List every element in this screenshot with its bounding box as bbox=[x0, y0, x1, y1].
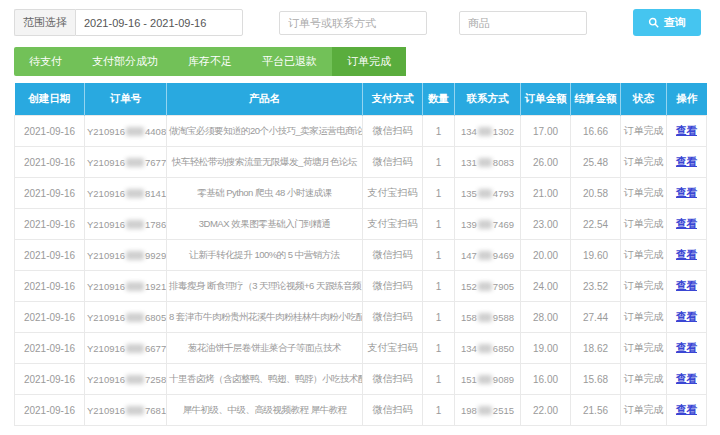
cell-quantity: 1 bbox=[423, 240, 455, 271]
view-link[interactable]: 查看 bbox=[676, 341, 697, 353]
date-range-input[interactable] bbox=[75, 9, 243, 36]
contact-prefix: 135 bbox=[461, 188, 477, 199]
cell-product-name: 8 套津市牛肉粉贵州花溪牛肉粉桂林牛肉粉小吃配方 bbox=[167, 302, 363, 333]
header-order-no: 订单号 bbox=[85, 83, 167, 116]
search-button[interactable]: 查询 bbox=[633, 9, 701, 36]
view-link[interactable]: 查看 bbox=[676, 279, 697, 291]
cell-create-date: 2021-09-16 bbox=[15, 271, 85, 302]
cell-quantity: 1 bbox=[423, 364, 455, 395]
cell-order-no: Y2109166677 bbox=[85, 333, 167, 364]
cell-status: 订单完成 bbox=[621, 147, 667, 178]
order-no-prefix: Y210916 bbox=[87, 219, 125, 230]
contact-suffix: 7469 bbox=[493, 219, 514, 230]
cell-create-date: 2021-09-16 bbox=[15, 209, 85, 240]
redacted-blur bbox=[478, 158, 492, 167]
redacted-blur bbox=[126, 344, 144, 353]
header-settle-amount: 结算金额 bbox=[571, 83, 621, 116]
tab-order-complete[interactable]: 订单完成 bbox=[332, 47, 406, 76]
cell-order-amount: 19.00 bbox=[521, 333, 571, 364]
status-tabs: 待支付 支付部分成功 库存不足 平台已退款 订单完成 bbox=[14, 47, 406, 76]
contact-prefix: 131 bbox=[461, 157, 477, 168]
view-link[interactable]: 查看 bbox=[676, 310, 697, 322]
view-link[interactable]: 查看 bbox=[676, 248, 697, 260]
cell-contact: 1318083 bbox=[455, 147, 521, 178]
order-table-body: 2021-09-16 Y2109164408 做淘宝必须要知道的20个小技巧_卖… bbox=[15, 116, 707, 426]
cell-settle-amount: 23.52 bbox=[571, 271, 621, 302]
redacted-blur bbox=[478, 375, 492, 384]
cell-settle-amount: 16.66 bbox=[571, 116, 621, 147]
tab-partial-success[interactable]: 支付部分成功 bbox=[77, 47, 173, 76]
order-no-prefix: Y210916 bbox=[87, 343, 125, 354]
cell-contact: 1519089 bbox=[455, 364, 521, 395]
cell-status: 订单完成 bbox=[621, 240, 667, 271]
cell-payment-method: 微信扫码 bbox=[363, 302, 423, 333]
cell-order-no: Y2109166805 bbox=[85, 302, 167, 333]
cell-quantity: 1 bbox=[423, 116, 455, 147]
table-row: 2021-09-16 Y2109166677 葱花油饼千层卷饼韭菜合子等面点技术… bbox=[15, 333, 707, 364]
view-link[interactable]: 查看 bbox=[676, 372, 697, 384]
table-row: 2021-09-16 Y2109166805 8 套津市牛肉粉贵州花溪牛肉粉桂林… bbox=[15, 302, 707, 333]
cell-order-amount: 23.00 bbox=[521, 209, 571, 240]
redacted-blur bbox=[478, 406, 492, 415]
order-no-prefix: Y210916 bbox=[87, 281, 125, 292]
order-no-prefix: Y210916 bbox=[87, 312, 125, 323]
cell-create-date: 2021-09-16 bbox=[15, 302, 85, 333]
redacted-blur bbox=[478, 220, 492, 229]
contact-prefix: 152 bbox=[461, 281, 477, 292]
cell-create-date: 2021-09-16 bbox=[15, 240, 85, 271]
cell-order-amount: 16.00 bbox=[521, 364, 571, 395]
order-table: 创建日期 订单号 产品名 支付方式 数量 联系方式 订单金额 结算金额 状态 操… bbox=[14, 83, 707, 426]
order-no-suffix: 1921 bbox=[145, 281, 166, 292]
cell-settle-amount: 25.48 bbox=[571, 147, 621, 178]
cell-product-name: 十里香卤烤（含卤整鸭、鸭翅、鸭脖）小吃技术配方 bbox=[167, 364, 363, 395]
tab-out-of-stock[interactable]: 库存不足 bbox=[173, 47, 247, 76]
table-row: 2021-09-16 Y2109169929 让新手转化提升 100%的 5 中… bbox=[15, 240, 707, 271]
order-no-suffix: 7258 bbox=[145, 374, 166, 385]
cell-order-amount: 17.00 bbox=[521, 116, 571, 147]
cell-product-name: 让新手转化提升 100%的 5 中营销方法 bbox=[167, 240, 363, 271]
contact-prefix: 158 bbox=[461, 312, 477, 323]
cell-status: 订单完成 bbox=[621, 364, 667, 395]
contact-prefix: 151 bbox=[461, 374, 477, 385]
cell-product-name: 零基础 Python 爬虫 48 小时速成课 bbox=[167, 178, 363, 209]
header-contact: 联系方式 bbox=[455, 83, 521, 116]
view-link[interactable]: 查看 bbox=[676, 155, 697, 167]
order-no-suffix: 8141 bbox=[145, 188, 166, 199]
cell-settle-amount: 21.56 bbox=[571, 395, 621, 426]
order-no-suffix: 9929 bbox=[145, 250, 166, 261]
redacted-blur bbox=[478, 127, 492, 136]
cell-action: 查看 bbox=[667, 364, 707, 395]
cell-status: 订单完成 bbox=[621, 333, 667, 364]
cell-order-amount: 20.00 bbox=[521, 240, 571, 271]
order-search-input[interactable] bbox=[279, 11, 427, 35]
tab-platform-refunded[interactable]: 平台已退款 bbox=[247, 47, 332, 76]
cell-create-date: 2021-09-16 bbox=[15, 395, 85, 426]
order-no-prefix: Y210916 bbox=[87, 157, 125, 168]
cell-order-no: Y2109164408 bbox=[85, 116, 167, 147]
cell-contact: 1354793 bbox=[455, 178, 521, 209]
order-no-suffix: 6677 bbox=[145, 343, 166, 354]
redacted-blur bbox=[126, 158, 144, 167]
view-link[interactable]: 查看 bbox=[676, 124, 697, 136]
view-link[interactable]: 查看 bbox=[676, 403, 697, 415]
contact-prefix: 134 bbox=[461, 126, 477, 137]
cell-order-no: Y2109167677 bbox=[85, 147, 167, 178]
cell-order-amount: 21.00 bbox=[521, 178, 571, 209]
tab-pending-payment[interactable]: 待支付 bbox=[14, 47, 77, 76]
cell-action: 查看 bbox=[667, 178, 707, 209]
cell-product-name: 做淘宝必须要知道的20个小技巧_卖家运营电商论坛 bbox=[167, 116, 363, 147]
header-create-date: 创建日期 bbox=[15, 83, 85, 116]
redacted-blur bbox=[126, 375, 144, 384]
cell-contact: 1346850 bbox=[455, 333, 521, 364]
cell-quantity: 1 bbox=[423, 209, 455, 240]
order-no-prefix: Y210916 bbox=[87, 250, 125, 261]
view-link[interactable]: 查看 bbox=[676, 186, 697, 198]
cell-order-amount: 22.00 bbox=[521, 395, 571, 426]
cell-settle-amount: 22.54 bbox=[571, 209, 621, 240]
view-link[interactable]: 查看 bbox=[676, 217, 697, 229]
redacted-blur bbox=[126, 282, 144, 291]
contact-prefix: 147 bbox=[461, 250, 477, 261]
order-no-suffix: 1786 bbox=[145, 219, 166, 230]
product-search-input[interactable] bbox=[459, 11, 587, 35]
cell-product-name: 3DMAX 效果图零基础入门到精通 bbox=[167, 209, 363, 240]
